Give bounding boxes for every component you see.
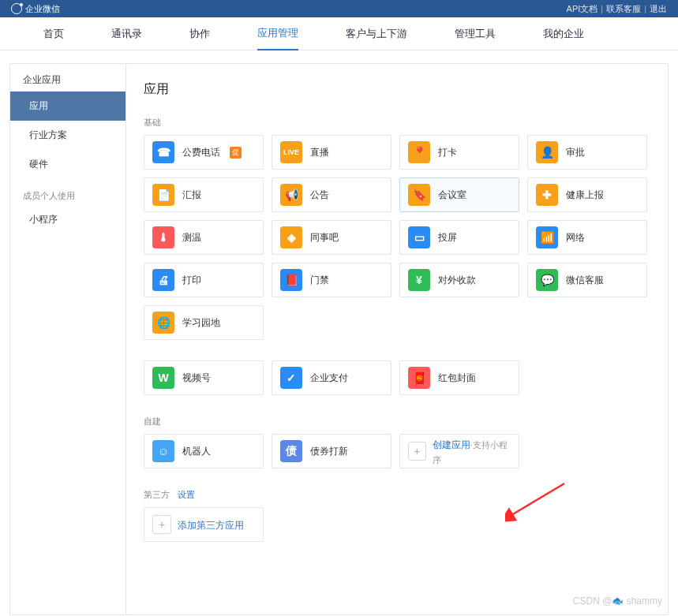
app-icon: 🌡 [152,226,174,248]
app-label: 打印 [182,274,201,287]
app-label: 微信客服 [566,274,604,287]
app-tile-basic-5[interactable]: 📢公告 [272,177,391,212]
logout-link[interactable]: 退出 [650,3,667,15]
app-icon: ☺ [152,440,174,462]
app-label: 公费电话 [182,146,220,159]
app-label: 企业支付 [310,371,348,385]
section-custom-label: 自建 [144,416,668,427]
app-tile-extra-2[interactable]: 🧧红包封面 [399,360,519,395]
nav-item-4[interactable]: 客户与上下游 [346,17,407,50]
app-label: 直播 [310,146,329,159]
app-icon: ☎ [152,141,174,163]
app-tile-custom-1[interactable]: 债债券打新 [272,434,391,469]
app-icon: 🌐 [152,312,174,334]
app-label: 对外收款 [438,274,476,287]
app-icon: ¥ [408,269,430,291]
app-icon: 💬 [536,269,558,291]
app-icon: 🔖 [408,184,430,206]
app-tile-basic-0[interactable]: ☎公费电话促 [144,135,264,170]
sidebar: 企业应用 应用 行业方案 硬件 成员个人使用 小程序 [9,63,126,615]
brand-label: 企业微信 [25,3,60,15]
app-tile-basic-11[interactable]: 📶网络 [527,220,647,255]
top-links: API文档 | 联系客服 | 退出 [567,3,667,15]
app-tile-basic-2[interactable]: 📍打卡 [399,135,519,170]
app-tile-extra-1[interactable]: ✓企业支付 [272,360,391,395]
page-title: 应用 [144,81,668,98]
app-icon: 👤 [536,141,558,163]
app-tile-basic-1[interactable]: LIVE直播 [272,135,391,170]
plus-icon: + [408,442,426,461]
ghost-title: 创建应用 [433,439,470,450]
app-label: 债券打新 [310,445,348,458]
app-tile-basic-12[interactable]: 🖨打印 [144,263,264,297]
nav-item-2[interactable]: 协作 [189,17,210,50]
app-icon: 🖨 [152,269,174,291]
app-tile-basic-16[interactable]: 🌐学习园地 [144,305,264,340]
app-icon: 债 [280,440,302,462]
app-label: 打卡 [438,146,457,159]
app-tile-basic-15[interactable]: 💬微信客服 [527,263,647,297]
app-icon: 🧧 [408,367,430,389]
app-label: 健康上报 [566,189,604,202]
app-label: 测温 [182,231,201,245]
nav-item-6[interactable]: 我的企业 [543,17,584,50]
app-label: 会议室 [438,189,466,202]
app-icon: ▭ [408,226,430,248]
app-icon: W [152,367,174,389]
nav-item-1[interactable]: 通讯录 [111,17,142,50]
sidebar-title: 企业应用 [10,64,125,91]
app-label: 审批 [566,146,585,159]
app-label: 红包封面 [438,371,476,385]
app-tile-extra-0[interactable]: W视频号 [144,360,264,395]
app-tile-basic-8[interactable]: 🌡测温 [144,220,264,255]
brand-icon [11,3,22,14]
app-tile-basic-4[interactable]: 📄汇报 [144,177,264,212]
app-tile-basic-7[interactable]: ✚健康上报 [527,177,647,212]
app-icon: LIVE [280,141,302,163]
app-label: 网络 [566,231,585,245]
app-icon: 📢 [280,184,302,206]
create-app-button[interactable]: +创建应用·支持小程序 [399,434,519,469]
sidebar-item-miniprogram[interactable]: 小程序 [10,205,125,234]
app-label: 同事吧 [310,231,339,245]
app-label: 公告 [310,189,329,202]
app-label: 汇报 [182,189,201,202]
content: 应用 基础 ☎公费电话促LIVE直播📍打卡👤审批📄汇报📢公告🔖会议室✚健康上报🌡… [125,63,669,615]
app-icon: 📕 [280,269,302,291]
sidebar-section-personal: 成员个人使用 [10,179,125,205]
app-icon: 📶 [536,226,558,248]
app-tile-basic-9[interactable]: ◈同事吧 [272,220,391,255]
app-icon: ◈ [280,226,302,248]
app-tile-basic-13[interactable]: 📕门禁 [272,263,391,297]
app-label: 投屏 [438,231,457,245]
app-tile-basic-10[interactable]: ▭投屏 [399,220,519,255]
app-tile-custom-0[interactable]: ☺机器人 [144,434,264,469]
section-thirdparty-label: 第三方 [144,489,170,501]
app-label: 学习园地 [182,316,220,330]
app-label: 门禁 [310,274,329,287]
api-doc-link[interactable]: API文档 [567,3,598,15]
nav-item-5[interactable]: 管理工具 [455,17,496,50]
watermark: CSDN @🐟 shammy [573,595,662,607]
app-icon: ✓ [280,367,302,389]
nav-item-3[interactable]: 应用管理 [257,17,298,50]
sidebar-item-hardware[interactable]: 硬件 [10,150,125,179]
app-icon: 📄 [152,184,174,206]
brand: 企业微信 [11,3,60,15]
app-label: 视频号 [182,371,211,385]
nav-item-0[interactable]: 首页 [43,17,64,50]
sidebar-item-apps[interactable]: 应用 [10,91,125,121]
badge: 促 [230,147,242,159]
add-thirdparty-button[interactable]: +添加第三方应用 [144,507,264,542]
app-tile-basic-3[interactable]: 👤审批 [527,135,647,170]
app-icon: 📍 [408,141,430,163]
app-tile-basic-6[interactable]: 🔖会议室 [399,177,519,212]
ghost-title: 添加第三方应用 [178,520,244,531]
plus-icon: + [152,515,171,534]
contact-link[interactable]: 联系客服 [606,3,641,15]
sidebar-item-industry[interactable]: 行业方案 [10,121,125,150]
app-label: 机器人 [182,445,211,458]
section-basic-label: 基础 [144,117,668,129]
app-tile-basic-14[interactable]: ¥对外收款 [399,263,519,297]
thirdparty-config-link[interactable]: 设置 [178,489,195,501]
